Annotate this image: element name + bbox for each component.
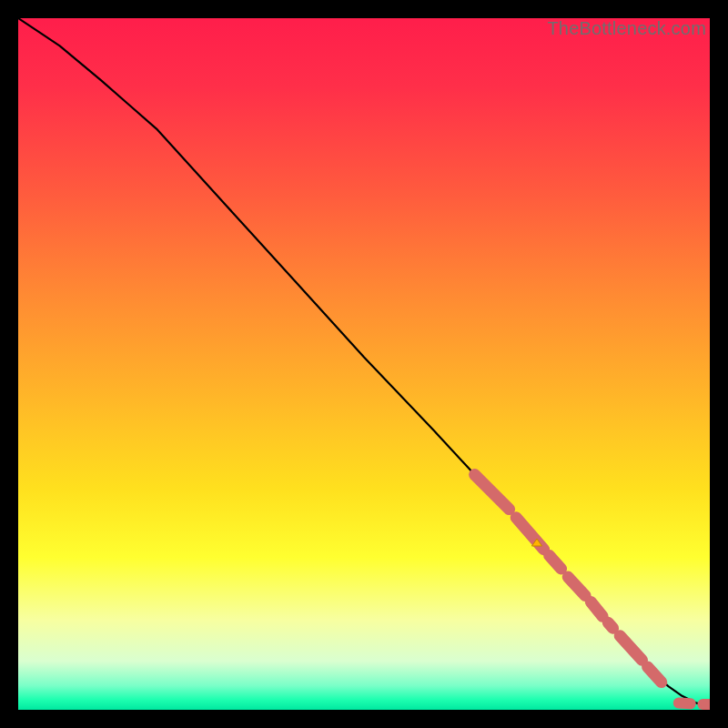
watermark-text: TheBottleneck.com [547, 18, 706, 39]
marker-segment [679, 703, 691, 703]
marker-segment [608, 622, 612, 628]
plot-area: TheBottleneck.com [18, 18, 710, 710]
gradient-background [18, 18, 710, 710]
chart-frame: TheBottleneck.com [0, 0, 728, 728]
chart-svg [18, 18, 710, 710]
